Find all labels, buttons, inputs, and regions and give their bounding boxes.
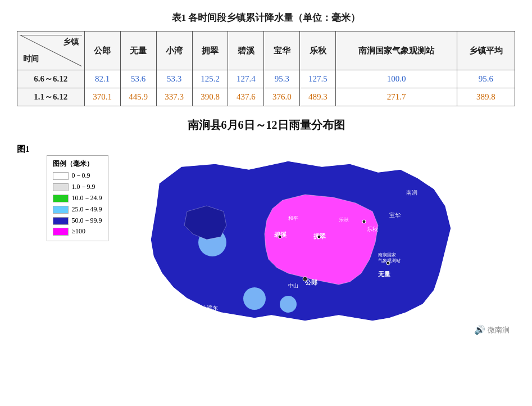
row1-col3: 53.3 — [156, 70, 192, 88]
table-title: 表1 各时间段乡镇累计降水量（单位：毫米） — [17, 11, 515, 24]
col-header-bixi: 碧溪 — [228, 31, 264, 70]
legend-label-1: 1.0－9.9 — [72, 182, 96, 192]
legend-label-5: ≥100 — [72, 227, 86, 236]
legend-color-3 — [53, 206, 69, 214]
corner-top-label: 乡镇 — [63, 37, 79, 47]
col-header-wuliang: 无量 — [120, 31, 156, 70]
svg-point-3 — [280, 296, 297, 313]
map-title: 南涧县6月6日～12日雨量分布图 — [17, 118, 515, 133]
row2-col6: 376.0 — [264, 88, 300, 106]
row1-col9: 95.6 — [457, 70, 515, 88]
svg-text:南涧: 南涧 — [406, 190, 417, 196]
col-header-station: 南涧国家气象观测站 — [336, 31, 457, 70]
legend-item-3: 25.0－49.9 — [53, 205, 102, 214]
row2-col1: 370.1 — [84, 88, 120, 106]
legend-color-0 — [53, 172, 69, 180]
row2-col3: 337.3 — [156, 88, 192, 106]
legend-item-0: 0－0.9 — [53, 171, 102, 181]
map-container: 图1 图例（毫米） 0－0.9 1.0－9.9 10.0－24.9 — [17, 138, 515, 341]
legend-label-2: 10.0－24.9 — [72, 193, 102, 203]
svg-text:南涧国家: 南涧国家 — [378, 252, 396, 258]
watermark-icon: 🔊 — [474, 324, 485, 335]
row-period-1: 6.6～6.12 — [17, 70, 85, 88]
table-row-1: 6.6～6.12 82.1 53.6 53.3 125.2 127.4 95.3… — [17, 70, 515, 88]
svg-point-18 — [317, 235, 321, 238]
fig-label: 图1 — [17, 144, 30, 341]
legend-label-3: 25.0－49.9 — [72, 205, 102, 214]
svg-point-20 — [387, 261, 390, 265]
legend-item-1: 1.0－9.9 — [53, 182, 102, 192]
legend-color-2 — [53, 195, 69, 202]
row2-col5: 437.6 — [228, 88, 264, 106]
svg-text:无量: 无量 — [378, 270, 390, 277]
map-svg: 碧溪 拥翠 公郎 无量 乐秋 宝华 小湾东 南涧 南涧国家 气象观测站 和平 — [114, 138, 496, 341]
svg-point-17 — [303, 277, 307, 281]
svg-text:小湾东: 小湾东 — [201, 305, 218, 311]
row1-col1: 82.1 — [84, 70, 120, 88]
watermark-text: 微南涧 — [488, 325, 510, 335]
table-corner-header: 乡镇 时间 — [17, 31, 85, 70]
svg-text:和平: 和平 — [288, 215, 298, 221]
page: 表1 各时间段乡镇累计降水量（单位：毫米） 乡镇 时间 公郎 — [0, 0, 532, 352]
legend-title: 图例（毫米） — [53, 159, 102, 169]
svg-text:乐秋: 乐秋 — [367, 226, 378, 232]
svg-text:中山: 中山 — [288, 283, 298, 288]
row2-col4: 390.8 — [192, 88, 228, 106]
row2-col9: 389.8 — [457, 88, 515, 106]
legend-item-4: 50.0－99.9 — [53, 216, 102, 225]
row1-col2: 53.6 — [120, 70, 156, 88]
row1-col6: 95.3 — [264, 70, 300, 88]
legend-label-4: 50.0－99.9 — [72, 216, 102, 225]
legend-color-5 — [53, 228, 69, 236]
row1-col4: 125.2 — [192, 70, 228, 88]
watermark: 🔊 微南涧 — [474, 324, 510, 335]
svg-point-2 — [243, 287, 266, 310]
col-header-yongcui: 拥翠 — [192, 31, 228, 70]
col-header-baohua: 宝华 — [264, 31, 300, 70]
svg-point-19 — [278, 235, 281, 238]
legend-label-0: 0－0.9 — [72, 171, 90, 181]
svg-text:乐秋: 乐秋 — [339, 217, 349, 223]
col-header-leqiu: 乐秋 — [300, 31, 336, 70]
corner-bottom-label: 时间 — [23, 54, 39, 64]
svg-line-0 — [20, 35, 82, 66]
table-row-2: 1.1～6.12 370.1 445.9 337.3 390.8 437.6 3… — [17, 88, 515, 106]
legend-color-4 — [53, 217, 69, 225]
legend-item-2: 10.0－24.9 — [53, 193, 102, 203]
row2-col2: 445.9 — [120, 88, 156, 106]
col-header-avg: 乡镇平均 — [457, 31, 515, 70]
row1-col8: 100.0 — [336, 70, 457, 88]
row1-col7: 127.5 — [300, 70, 336, 88]
svg-point-21 — [362, 220, 366, 223]
legend-color-1 — [53, 183, 69, 191]
col-header-xiaowan: 小湾 — [156, 31, 192, 70]
rain-table: 乡镇 时间 公郎 无量 小湾 拥翠 碧溪 宝华 乐秋 南涧国家气象观测站 乡镇平… — [17, 31, 515, 106]
svg-text:宝华: 宝华 — [389, 212, 401, 218]
map-legend: 图例（毫米） 0－0.9 1.0－9.9 10.0－24.9 25.0－49.9 — [47, 155, 108, 241]
row2-col8: 271.7 — [336, 88, 457, 106]
row-period-2: 1.1～6.12 — [17, 88, 85, 106]
col-header-gonglang: 公郎 — [84, 31, 120, 70]
row1-col5: 127.4 — [228, 70, 264, 88]
row2-col7: 489.3 — [300, 88, 336, 106]
map-area: 图例（毫米） 0－0.9 1.0－9.9 10.0－24.9 25.0－49.9 — [35, 138, 516, 341]
legend-item-5: ≥100 — [53, 227, 102, 236]
